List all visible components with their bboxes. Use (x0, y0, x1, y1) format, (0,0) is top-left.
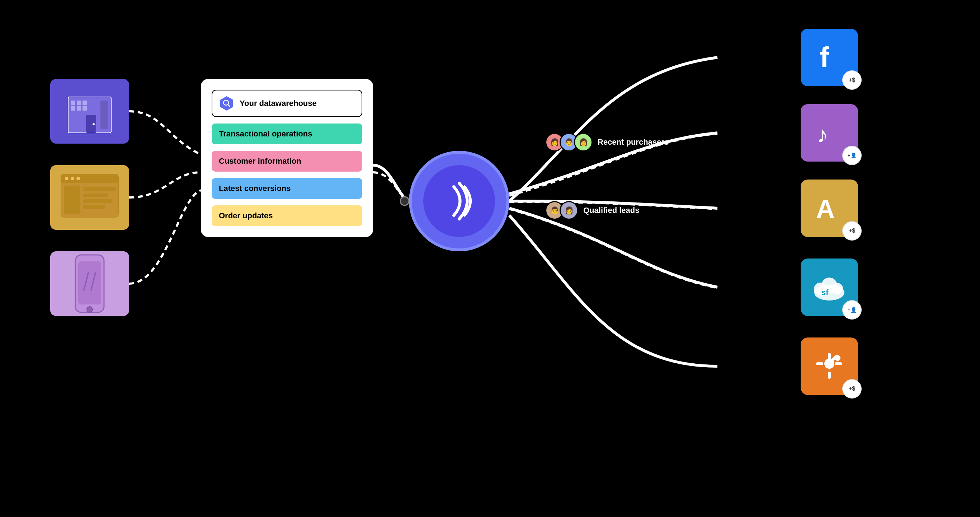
central-hub (409, 151, 509, 251)
dest-hubspot: +$ (801, 337, 858, 395)
dw-header: Your datawarehouse (212, 90, 362, 117)
svg-rect-42 (835, 362, 842, 365)
qualified-leads-avatars: 👨 👩 (545, 201, 578, 220)
svg-text:A: A (816, 195, 835, 223)
audience-qualified-leads: 👨 👩 Qualified leads (545, 201, 640, 220)
svg-rect-20 (83, 199, 112, 203)
svg-rect-17 (64, 186, 80, 214)
svg-point-0 (400, 197, 409, 205)
avatar-5: 👩 (560, 201, 578, 220)
svg-rect-18 (83, 187, 116, 191)
svg-point-15 (71, 177, 74, 180)
tag-conversions: Latest conversions (212, 178, 362, 199)
svg-rect-40 (828, 372, 831, 379)
audience-recent-purchasers: 👩 👨 👩 Recent purchasers (545, 133, 669, 152)
svg-text:f: f (820, 41, 829, 73)
svg-rect-21 (83, 205, 105, 209)
svg-rect-39 (828, 353, 831, 360)
tag-customer: Customer information (212, 151, 362, 172)
svg-rect-6 (83, 101, 87, 105)
tag-orders: Order updates (212, 205, 362, 226)
dest-tiktok-badge: +👤 (842, 146, 862, 165)
tag-transactional: Transactional operations (212, 123, 362, 144)
avatar-3: 👩 (574, 133, 593, 152)
qualified-leads-label: Qualified leads (583, 206, 640, 215)
svg-point-3 (92, 123, 95, 125)
svg-point-26 (87, 306, 92, 312)
svg-rect-23 (78, 262, 101, 305)
source-phone (50, 251, 129, 316)
dest-hubspot-badge: +$ (842, 379, 862, 399)
svg-rect-10 (100, 101, 108, 129)
svg-rect-13 (61, 179, 118, 183)
dest-facebook-badge: +$ (842, 70, 862, 90)
svg-text:sf: sf (821, 288, 829, 297)
svg-rect-5 (77, 101, 81, 105)
hub-waves-icon (434, 176, 484, 226)
dw-hex-icon (219, 96, 235, 111)
svg-rect-4 (71, 101, 75, 105)
dw-title: Your datawarehouse (240, 99, 317, 108)
svg-rect-7 (71, 106, 75, 110)
diagram-container: .conn-line { fill: none; stroke: #fff; s… (0, 0, 980, 517)
svg-text:♪: ♪ (817, 122, 828, 148)
dest-salesforce-badge: +👤 (842, 300, 862, 319)
svg-rect-9 (83, 106, 87, 110)
svg-marker-27 (220, 96, 233, 110)
svg-rect-41 (816, 362, 823, 365)
svg-point-16 (76, 177, 80, 180)
source-browser (50, 165, 129, 230)
dest-google: A +$ (801, 180, 858, 237)
svg-rect-8 (77, 106, 81, 110)
dest-salesforce: sf +👤 (801, 258, 858, 316)
dest-facebook: f +$ (801, 29, 858, 86)
svg-point-14 (65, 177, 68, 180)
datawarehouse-card: Your datawarehouse Transactional operati… (201, 79, 373, 237)
source-building (50, 79, 129, 144)
svg-rect-19 (83, 193, 108, 197)
svg-point-36 (832, 283, 843, 294)
recent-purchasers-avatars: 👩 👨 👩 (545, 133, 593, 152)
recent-purchasers-label: Recent purchasers (598, 137, 669, 147)
dest-tiktok: ♪ +👤 (801, 104, 858, 161)
hub-inner (423, 165, 495, 237)
svg-point-44 (835, 355, 840, 361)
dest-google-badge: +$ (842, 221, 862, 241)
